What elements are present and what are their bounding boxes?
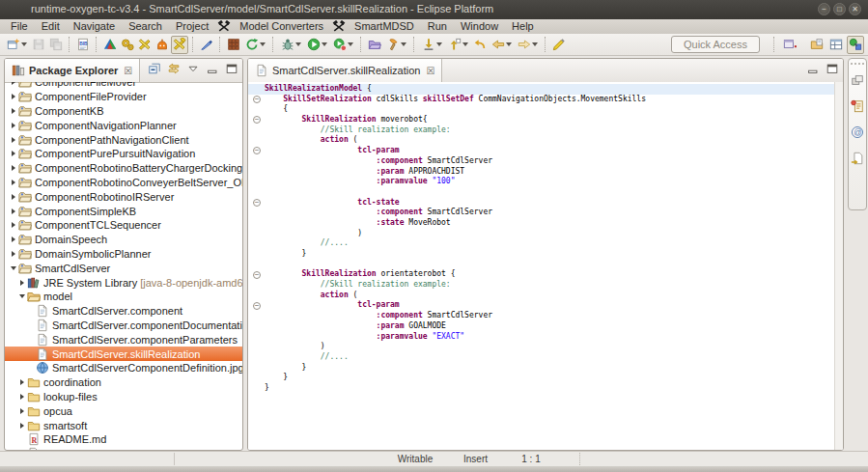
code-line[interactable]: } xyxy=(265,383,833,394)
code-line[interactable]: ) xyxy=(265,342,833,352)
expand-arrow-icon[interactable] xyxy=(12,194,15,200)
forward-button[interactable] xyxy=(515,36,541,54)
javadoc-view-button[interactable]: @ xyxy=(851,125,864,143)
dropdown-caret-icon[interactable] xyxy=(532,42,538,46)
select-pen-button[interactable] xyxy=(198,36,215,54)
code-line[interactable]: :state MoveRobot xyxy=(265,218,833,229)
perspective-java-button[interactable] xyxy=(827,36,845,54)
code-line[interactable]: } xyxy=(265,363,833,374)
code-line[interactable]: :component SmartCdlServer xyxy=(265,311,833,321)
code-line[interactable]: SkillRealizationModel { xyxy=(265,84,833,95)
code-line[interactable]: //Skill realization example: xyxy=(265,280,833,291)
tree-item-componenttclsequencer[interactable]: ComponentTCLSequencer xyxy=(5,218,242,233)
code-line[interactable]: } xyxy=(265,373,833,383)
tree-item-componentnavigationplanner[interactable]: ComponentNavigationPlanner xyxy=(5,118,242,132)
dropdown-caret-icon[interactable] xyxy=(506,42,512,46)
tree-item-smartsoft[interactable]: smartsoft xyxy=(5,418,242,432)
tree-item-smartcdlserver[interactable]: SmartCdlServer xyxy=(5,261,242,275)
code-line[interactable]: SkillRealization moverobot{ xyxy=(265,115,833,125)
expand-arrow-icon[interactable] xyxy=(12,151,15,156)
code-line[interactable]: //.... xyxy=(265,352,833,363)
dropdown-caret-icon[interactable] xyxy=(348,42,353,46)
fold-collapse-icon[interactable]: − xyxy=(253,116,261,124)
tree-item-smartcdlserver-componentdocumentation[interactable]: SmartCdlServer.componentDocumentation xyxy=(5,319,242,333)
open-resource-button[interactable] xyxy=(366,36,383,54)
tab-package-explorer[interactable]: Package Explorer ☒ xyxy=(5,59,140,82)
fold-collapse-icon[interactable]: − xyxy=(253,199,261,207)
expand-arrow-icon[interactable] xyxy=(20,379,24,385)
link-with-editor-button[interactable] xyxy=(167,62,181,79)
fold-collapse-icon[interactable]: − xyxy=(253,302,261,310)
expand-arrow-icon[interactable] xyxy=(12,180,15,185)
drag-handle[interactable] xyxy=(851,63,864,65)
code-line[interactable]: { xyxy=(265,104,833,115)
run-button[interactable] xyxy=(304,36,330,54)
window-close-icon[interactable]: ✕ xyxy=(849,3,861,15)
editor-scrollbar[interactable] xyxy=(834,82,843,450)
package-button[interactable] xyxy=(225,36,242,54)
tree-item-componentrobotinoconveyerbeltserver-opcua[interactable]: ComponentRobotinoConveyerBeltServer_OPCU… xyxy=(5,176,242,190)
menu-window[interactable]: Window xyxy=(454,19,505,34)
tree-item-smartcdlserver-componentparameters[interactable]: SmartCdlServer.componentParameters xyxy=(5,332,242,347)
tree-item-componentpurepursuitnavigation[interactable]: ComponentPurePursuitNavigation xyxy=(5,147,242,161)
view-menu-button[interactable] xyxy=(186,62,200,79)
dropdown-caret-icon[interactable] xyxy=(462,42,468,46)
code-line[interactable]: SkillSetRealization cdlSkills skillSetDe… xyxy=(265,95,833,105)
tree-item-smartcdlserver-component[interactable]: SmartCdlServer.component xyxy=(5,304,242,319)
code-line[interactable]: :paramvalue "EXACT" xyxy=(265,332,833,343)
outline-view-button[interactable] xyxy=(851,99,864,117)
bib-file-button[interactable]: BIB xyxy=(74,36,92,54)
collapse-arrow-icon[interactable] xyxy=(11,266,16,270)
expand-arrow-icon[interactable] xyxy=(20,408,24,414)
menu-model-converters[interactable]: Model Converters xyxy=(233,19,330,34)
window-minimize-icon[interactable]: − xyxy=(818,3,830,15)
code-line[interactable] xyxy=(265,187,833,198)
save-all-button[interactable] xyxy=(47,36,65,54)
expand-arrow-icon[interactable] xyxy=(12,222,15,228)
goto-annotation-button[interactable] xyxy=(445,36,471,54)
code-line[interactable]: ) xyxy=(265,229,833,239)
expand-arrow-icon[interactable] xyxy=(12,137,15,143)
view-close-icon[interactable]: ☒ xyxy=(124,66,132,76)
editor-tab-close-icon[interactable]: ☒ xyxy=(426,66,434,76)
expand-arrow-icon[interactable] xyxy=(12,108,15,114)
mark-occurrences-button[interactable] xyxy=(550,36,568,54)
code-line[interactable]: :param APPROACHDIST xyxy=(265,167,833,178)
code-line[interactable]: //Skill realization example: xyxy=(265,125,833,136)
menu-project[interactable]: Project xyxy=(169,19,215,34)
tree-item-componentrobotinoirserver[interactable]: ComponentRobotinoIRServer xyxy=(5,189,242,204)
project-tree[interactable]: ComponentFileMoverComponentFileProviderC… xyxy=(5,82,242,450)
expand-arrow-icon[interactable] xyxy=(12,208,15,214)
back-button[interactable] xyxy=(489,36,515,54)
torch-button[interactable] xyxy=(383,36,409,54)
code-line[interactable]: action ( xyxy=(265,135,833,146)
tree-item-componentkb[interactable]: ComponentKB xyxy=(5,104,242,119)
window-maximize-icon[interactable]: □ xyxy=(833,3,846,15)
last-edit-button[interactable] xyxy=(419,36,445,54)
expand-arrow-icon[interactable] xyxy=(12,94,15,99)
collapse-all-button[interactable] xyxy=(148,62,161,79)
tools-button[interactable] xyxy=(136,36,154,54)
save-button[interactable] xyxy=(30,36,47,54)
tab-editor-skillrealization[interactable]: SmartCdlServer.skillRealization ☒ xyxy=(248,59,442,82)
menu-help[interactable]: Help xyxy=(505,19,541,34)
expand-arrow-icon[interactable] xyxy=(20,423,24,429)
fold-collapse-icon[interactable]: − xyxy=(253,271,261,279)
refresh-button[interactable] xyxy=(242,36,268,54)
code-line[interactable]: tcl-state xyxy=(265,198,833,208)
new-wizard-button[interactable] xyxy=(4,36,30,54)
open-perspective-button[interactable] xyxy=(781,36,798,54)
tree-item-componentsimplekb[interactable]: ComponentSimpleKB xyxy=(5,204,242,218)
minimize-button[interactable] xyxy=(206,62,219,79)
mdsd-triangle-button[interactable] xyxy=(101,36,119,54)
expand-arrow-icon[interactable] xyxy=(12,236,15,242)
maximize-button[interactable] xyxy=(826,62,839,79)
menu-edit[interactable]: Edit xyxy=(35,19,67,34)
code-editor[interactable]: −−−−−− SkillRealizationModel { SkillSetR… xyxy=(248,82,843,450)
dropdown-caret-icon[interactable] xyxy=(295,42,301,46)
tree-item-componentfilemover[interactable]: ComponentFileMover xyxy=(5,82,242,90)
menu-run[interactable]: Run xyxy=(421,19,454,34)
code-line[interactable]: :component SmartCdlServer xyxy=(265,156,833,167)
perspective-resource-button[interactable] xyxy=(808,36,826,54)
expand-arrow-icon[interactable] xyxy=(12,165,15,171)
